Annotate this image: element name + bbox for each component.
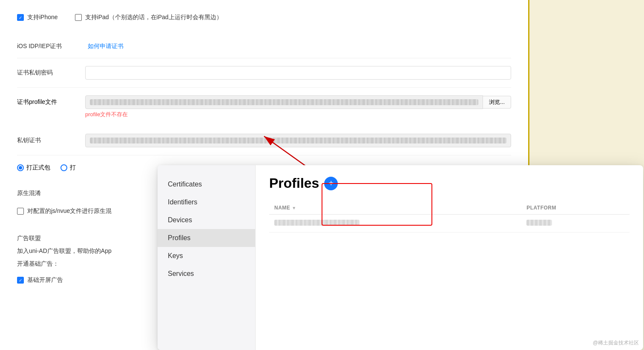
package-type-other[interactable]: 打 [60,164,76,172]
profile-file-input[interactable] [85,95,483,109]
sort-arrow-icon: ▼ [292,206,296,210]
ipad-label: 支持iPad（个别选的话，在iPad上运行时会有黑边） [85,14,222,21]
private-cert-label: 私钥证书 [17,137,85,144]
portal-header: Profiles + [269,175,630,191]
cert-row: iOS IDP/IEP证书 如何申请证书 [17,35,511,58]
browse-button[interactable]: 浏览... [483,96,511,109]
nav-certificates[interactable]: Certificates [158,175,255,193]
portal-nav: Certificates Identifiers Devices Profile… [158,165,256,350]
password-input-area [85,66,511,80]
profile-name-cell [269,215,521,232]
profile-row: 证书profile文件 浏览... profile文件不存在 [17,88,511,126]
platform-col-label: PLATFORM [526,205,556,211]
nav-identifiers[interactable]: Identifiers [158,193,255,211]
profile-input-wrap: 浏览... profile文件不存在 [85,95,511,118]
col-header-name: NAME ▼ [269,201,521,215]
cert-link[interactable]: 如何申请证书 [88,43,124,49]
iphone-checkbox[interactable]: ✓ [17,14,24,21]
name-sort[interactable]: NAME ▼ [274,205,516,211]
nav-services[interactable]: Services [158,265,255,283]
profiles-table: NAME ▼ PLATFORM [269,201,630,232]
profile-platform-blurred [526,220,552,226]
iphone-label: 支持iPhone [27,14,58,21]
portal-content: Profiles + NAME ▼ PLATFORM [256,165,643,350]
password-input[interactable] [85,66,511,80]
nav-keys[interactable]: Keys [158,247,255,265]
cert-label: iOS IDP/IEP证书 [17,43,85,50]
private-cert-input-area [85,134,511,147]
radio-other[interactable] [60,164,67,171]
support-checkboxes: ✓ 支持iPhone 支持iPad（个别选的话，在iPad上运行时会有黑边） [17,0,511,35]
name-col-label: NAME [274,205,290,211]
profile-input-row: 浏览... [85,95,511,109]
private-cert-row: 私钥证书 [17,126,511,155]
add-profile-button[interactable]: + [324,177,338,190]
nav-devices[interactable]: Devices [158,211,255,229]
iphone-checkbox-row[interactable]: ✓ 支持iPhone [17,7,58,28]
package-type-formal[interactable]: 打正式包 [17,164,50,172]
package-formal-label: 打正式包 [26,164,50,172]
table-row[interactable] [269,215,630,232]
private-cert-input[interactable] [85,134,511,147]
profile-name-blurred [274,220,359,226]
ipad-checkbox[interactable] [75,14,82,21]
native-obfuscate-checkbox[interactable] [17,208,24,215]
ad-basic-label: 基础开屏广告 [27,276,63,284]
nav-profiles[interactable]: Profiles [158,229,255,247]
watermark: @稀土掘金技术社区 [593,339,639,347]
native-obfuscate-desc: 对配置的js/nvue文件进行原生混 [27,207,112,215]
profile-platform-cell [521,215,630,232]
radio-formal[interactable] [17,164,24,171]
password-label: 证书私钥密码 [17,69,85,77]
col-header-platform: PLATFORM [521,201,630,215]
ad-basic-checkbox[interactable]: ✓ [17,277,24,284]
profile-error: profile文件不存在 [85,111,511,118]
package-other-label: 打 [70,164,76,172]
portal-overlay: Certificates Identifiers Devices Profile… [158,165,643,350]
ipad-checkbox-row[interactable]: 支持iPad（个别选的话，在iPad上运行时会有黑边） [75,7,222,28]
portal-title: Profiles [269,175,319,191]
password-row: 证书私钥密码 [17,58,511,88]
profile-label: 证书profile文件 [17,95,85,106]
cert-link-area: 如何申请证书 [85,43,511,50]
